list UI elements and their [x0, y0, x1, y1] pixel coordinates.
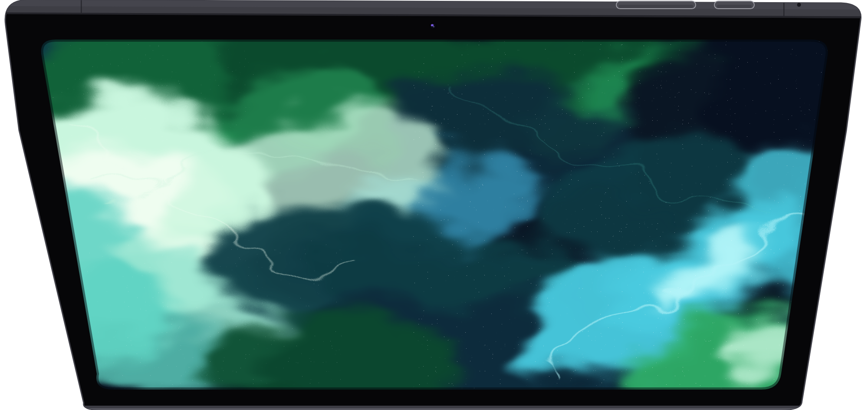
tablet-illustration: [0, 0, 868, 410]
camera-spark: [433, 26, 434, 27]
power-button-shadow: [717, 5, 752, 8]
volume-rocker-shadow: [619, 5, 693, 8]
camera-glint: [431, 24, 434, 26]
antenna-seam-left: [81, 0, 82, 13]
screen-artwork: [0, 0, 868, 410]
front-camera: [429, 22, 437, 30]
microphone-hole: [797, 3, 801, 7]
sparkle-field-gold: [260, 195, 738, 387]
sparkle-field-white: [39, 41, 256, 172]
bottom-edge-highlight: [43, 408, 825, 410]
product-photo-tablet: [0, 0, 868, 410]
